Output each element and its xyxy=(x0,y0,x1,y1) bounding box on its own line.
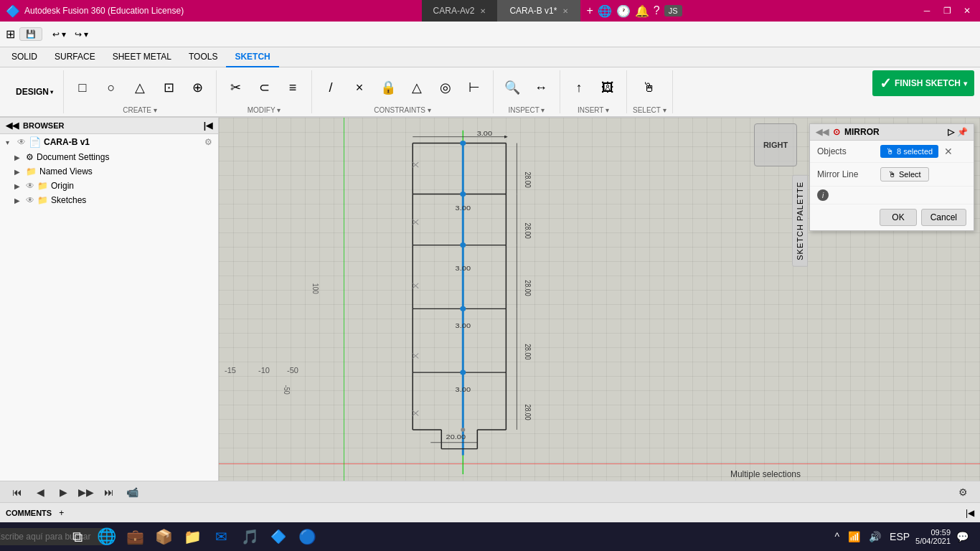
polygon-btn[interactable]: ⊡ xyxy=(156,70,182,105)
tab-cara-b-close[interactable]: ✕ xyxy=(562,7,568,15)
mirror-expand-icon[interactable]: ▷ xyxy=(948,127,954,137)
close-btn[interactable]: ✕ xyxy=(960,4,974,18)
canvas-area[interactable]: -15 -10 -50 xyxy=(219,118,980,481)
taskbar-chrome-icon[interactable]: 🔵 xyxy=(293,522,321,551)
taskbar-files-icon[interactable]: 📁 xyxy=(178,522,207,551)
browser-item-sketches[interactable]: ▶ 👁 📁 Sketches xyxy=(0,193,218,207)
view-cube[interactable]: RIGHT xyxy=(754,123,797,166)
origin-expand-icon[interactable]: ▶ xyxy=(14,182,23,190)
tab-sheet-metal[interactable]: SHEET METAL xyxy=(104,47,180,67)
redo-btn[interactable]: ↪ ▾ xyxy=(70,28,93,41)
svg-point-42 xyxy=(460,192,466,197)
tab-solid[interactable]: SOLID xyxy=(3,47,46,67)
tangent-btn[interactable]: ⊢ xyxy=(461,70,487,105)
maximize-btn[interactable]: ❐ xyxy=(940,4,954,18)
tab-cara-a[interactable]: CARA-Av2 ✕ xyxy=(422,0,499,22)
triangle-btn[interactable]: △ xyxy=(127,70,153,105)
task-view-btn[interactable]: ⧉ xyxy=(63,522,92,551)
sketches-vis-icon[interactable]: 👁 xyxy=(26,195,34,205)
taskbar-office-icon[interactable]: 💼 xyxy=(121,522,149,551)
new-tab-btn[interactable]: + xyxy=(586,4,593,17)
help-btn[interactable]: ? xyxy=(654,4,660,17)
notification-center-icon[interactable]: 💬 xyxy=(953,531,971,542)
finish-sketch-dropdown[interactable]: ▾ xyxy=(963,80,967,88)
design-dropdown[interactable]: ▾ xyxy=(50,89,53,95)
rectangle-btn[interactable]: □ xyxy=(70,70,95,105)
sketch-palette-tab[interactable]: SKETCH PALETTE xyxy=(792,175,808,267)
tab-tools[interactable]: TOOLS xyxy=(180,47,226,67)
taskbar-mail-icon[interactable]: ✉ xyxy=(207,522,235,551)
taskbar-dropbox-icon[interactable]: 📦 xyxy=(149,522,178,551)
gear-settings-icon[interactable]: ⚙ xyxy=(954,484,971,501)
point-btn[interactable]: ⊕ xyxy=(184,70,210,105)
offset-btn[interactable]: ⊂ xyxy=(251,70,277,105)
named-views-expand-icon[interactable]: ▶ xyxy=(14,168,23,176)
mirror-objects-clear-btn[interactable]: ✕ xyxy=(944,146,953,157)
nav-end-btn[interactable]: ⏭ xyxy=(100,484,118,501)
nav-start-btn[interactable]: ⏮ xyxy=(9,484,26,501)
undo-dropdown[interactable]: ▾ xyxy=(62,29,66,39)
notification-btn[interactable]: 🔔 xyxy=(635,4,649,18)
save-btn[interactable]: 💾 xyxy=(19,27,42,41)
root-settings-icon[interactable]: ⚙ xyxy=(204,137,212,147)
nav-camera-btn[interactable]: 📹 xyxy=(123,484,141,501)
perpendicular-btn[interactable]: × xyxy=(347,70,372,105)
insert-btn[interactable]: ↑ xyxy=(566,70,592,105)
trim-btn[interactable]: ✂ xyxy=(222,70,248,105)
pattern-btn[interactable]: ≡ xyxy=(280,70,306,105)
comments-add-icon[interactable]: + xyxy=(59,508,64,518)
browser-collapse-icon[interactable]: |◀ xyxy=(204,121,212,131)
lock-btn[interactable]: 🔒 xyxy=(375,70,401,105)
comments-collapse-icon[interactable]: |◀ xyxy=(966,508,974,518)
origin-vis-icon[interactable]: 👁 xyxy=(26,181,34,191)
mirror-action-buttons: OK Cancel xyxy=(810,204,974,230)
design-btn[interactable]: DESIGN ▾ xyxy=(11,84,57,100)
mirror-panel: ◀◀ ⊙ MIRROR ▷ 📌 Objects 🖱 8 selected ✕ xyxy=(809,123,974,231)
concentric-btn[interactable]: ◎ xyxy=(433,70,458,105)
history-btn[interactable]: 🕐 xyxy=(616,4,631,18)
sketches-expand-icon[interactable]: ▶ xyxy=(14,197,23,204)
minimize-btn[interactable]: ─ xyxy=(920,4,934,18)
browser-item-doc-settings[interactable]: ▶ ⚙ Document Settings xyxy=(0,150,218,164)
mirror-pin-icon[interactable]: 📌 xyxy=(957,127,968,137)
tab-sketch[interactable]: SKETCH xyxy=(226,47,278,67)
tab-surface[interactable]: SURFACE xyxy=(46,47,104,67)
mirror-cancel-btn[interactable]: Cancel xyxy=(921,209,966,226)
language-indicator[interactable]: ESP xyxy=(887,531,913,542)
system-clock[interactable]: 09:59 5/04/2021 xyxy=(915,528,951,545)
parallel-btn[interactable]: / xyxy=(318,70,344,105)
taskbar-edge-icon[interactable]: 🌐 xyxy=(92,522,121,551)
nav-play-btn[interactable]: ▶ xyxy=(55,484,72,501)
inspect-btn[interactable]: 🔍 xyxy=(499,70,525,105)
undo-btn[interactable]: ↩ ▾ xyxy=(48,28,70,41)
nav-forward-btn[interactable]: ▶▶ xyxy=(77,484,95,501)
redo-dropdown[interactable]: ▾ xyxy=(84,29,88,39)
expand-tray-icon[interactable]: ^ xyxy=(831,531,842,542)
circle-btn[interactable]: ○ xyxy=(98,70,124,105)
browser-item-origin[interactable]: ▶ 👁 📁 Origin xyxy=(0,179,218,193)
tab-cara-a-close[interactable]: ✕ xyxy=(480,7,486,15)
finish-sketch-btn[interactable]: ✓ FINISH SKETCH ▾ xyxy=(872,70,974,96)
browser-item-named-views[interactable]: ▶ 📁 Named Views xyxy=(0,164,218,179)
browser-btn[interactable]: 🌐 xyxy=(598,4,612,18)
select-btn[interactable]: 🖱 xyxy=(636,70,662,105)
mirror-line-select-btn[interactable]: 🖱 Select xyxy=(880,167,929,182)
mirror-collapse-icon[interactable]: ◀◀ xyxy=(816,127,829,137)
browser-item-root[interactable]: ▾ 👁 📄 CARA-B v1 ⚙ xyxy=(0,134,218,150)
mirror-objects-selected-btn[interactable]: 🖱 8 selected xyxy=(880,145,938,158)
volume-icon[interactable]: 🔊 xyxy=(866,531,884,542)
root-expand-icon[interactable]: ▾ xyxy=(6,138,14,146)
equal-btn[interactable]: △ xyxy=(404,70,430,105)
measure-btn[interactable]: ↔ xyxy=(528,70,554,105)
taskbar-fusion-icon[interactable]: 🔷 xyxy=(264,522,293,551)
mirror-ok-btn[interactable]: OK xyxy=(880,209,916,226)
network-icon[interactable]: 📶 xyxy=(845,531,863,542)
tab-cara-b[interactable]: CARA-B v1* ✕ xyxy=(498,0,580,22)
root-vis-icon[interactable]: 👁 xyxy=(17,137,26,147)
taskbar-search[interactable] xyxy=(34,522,63,551)
browser-back-icon[interactable]: ◀◀ xyxy=(6,121,19,131)
doc-settings-expand-icon[interactable]: ▶ xyxy=(14,154,23,161)
taskbar-spotify-icon[interactable]: 🎵 xyxy=(235,522,264,551)
nav-back-btn[interactable]: ◀ xyxy=(32,484,49,501)
canvas-btn[interactable]: 🖼 xyxy=(595,70,621,105)
